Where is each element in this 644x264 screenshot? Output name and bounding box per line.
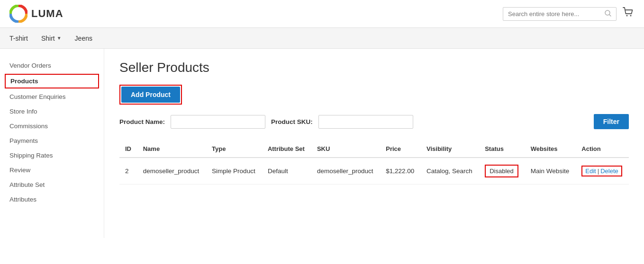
col-header-visibility: Visibility bbox=[421, 141, 479, 158]
product-name-label: Product Name: bbox=[119, 118, 165, 125]
cell-price: $1,222.00 bbox=[380, 158, 421, 185]
header-right bbox=[503, 6, 635, 21]
col-header-sku: SKU bbox=[311, 141, 380, 158]
status-badge: Disabled bbox=[485, 165, 518, 177]
col-header-status: Status bbox=[479, 141, 525, 158]
action-separator: | bbox=[598, 167, 599, 175]
filter-button[interactable]: Filter bbox=[594, 114, 629, 129]
search-box[interactable] bbox=[503, 7, 617, 21]
col-header-id: ID bbox=[119, 141, 137, 158]
main-layout: Vendor Orders Products Customer Enquirie… bbox=[0, 49, 644, 238]
cart-icon[interactable] bbox=[622, 6, 635, 21]
filter-row: Product Name: Product SKU: Filter bbox=[119, 114, 629, 129]
sidebar-item-vendor-orders[interactable]: Vendor Orders bbox=[0, 58, 104, 73]
product-name-input[interactable] bbox=[171, 115, 265, 129]
col-header-websites: Websites bbox=[525, 141, 576, 158]
chevron-down-icon: ▼ bbox=[57, 35, 62, 41]
add-product-button[interactable]: Add Product bbox=[121, 87, 180, 103]
header: LUMA bbox=[0, 0, 644, 28]
search-icon bbox=[605, 10, 611, 18]
svg-line-2 bbox=[609, 15, 611, 16]
cell-action: Edit | Delete bbox=[576, 158, 629, 185]
cell-websites: Main Website bbox=[525, 158, 576, 185]
sidebar-item-shipping-rates[interactable]: Shipping Rates bbox=[0, 148, 104, 163]
add-product-button-wrap: Add Product bbox=[119, 85, 182, 105]
sidebar-item-attributes[interactable]: Attributes bbox=[0, 192, 104, 207]
sidebar: Vendor Orders Products Customer Enquirie… bbox=[0, 49, 104, 238]
search-input[interactable] bbox=[508, 10, 605, 18]
sidebar-item-review[interactable]: Review bbox=[0, 163, 104, 177]
product-sku-label: Product SKU: bbox=[271, 118, 313, 125]
content: Seller Products Add Product Product Name… bbox=[104, 49, 644, 238]
logo-text: LUMA bbox=[31, 8, 63, 20]
sidebar-item-products[interactable]: Products bbox=[5, 74, 99, 88]
sidebar-item-customer-enquiries[interactable]: Customer Enquiries bbox=[0, 89, 104, 104]
navbar: T-shirt Shirt ▼ Jeens bbox=[0, 28, 644, 49]
sidebar-item-attribute-set[interactable]: Attribute Set bbox=[0, 177, 104, 192]
product-table: ID Name Type Attribute Set SKU Price Vis… bbox=[119, 141, 629, 185]
sidebar-item-commissions[interactable]: Commissions bbox=[0, 119, 104, 133]
delete-link[interactable]: Delete bbox=[600, 167, 618, 175]
cell-type: Simple Product bbox=[206, 158, 262, 185]
svg-point-3 bbox=[626, 15, 628, 17]
nav-item-tshirt[interactable]: T-shirt bbox=[9, 29, 28, 48]
cell-status: Disabled bbox=[479, 158, 525, 185]
cell-id: 2 bbox=[119, 158, 137, 185]
sidebar-item-payments[interactable]: Payments bbox=[0, 133, 104, 148]
nav-item-jeens[interactable]: Jeens bbox=[75, 29, 92, 48]
col-header-action: Action bbox=[576, 141, 629, 158]
cell-name: demoseller_product bbox=[137, 158, 206, 185]
product-sku-input[interactable] bbox=[318, 115, 413, 129]
cell-sku: demoseller_product bbox=[311, 158, 380, 185]
action-links: Edit | Delete bbox=[581, 166, 622, 176]
luma-logo-icon bbox=[9, 5, 27, 23]
edit-link[interactable]: Edit bbox=[585, 167, 596, 175]
cell-visibility: Catalog, Search bbox=[421, 158, 479, 185]
sidebar-item-store-info[interactable]: Store Info bbox=[0, 104, 104, 119]
logo-area[interactable]: LUMA bbox=[9, 5, 63, 23]
table-row: 2 demoseller_product Simple Product Defa… bbox=[119, 158, 629, 185]
nav-item-shirt[interactable]: Shirt ▼ bbox=[41, 29, 62, 48]
page-title: Seller Products bbox=[119, 60, 629, 75]
col-header-attribute-set: Attribute Set bbox=[262, 141, 311, 158]
svg-point-4 bbox=[630, 15, 632, 17]
col-header-name: Name bbox=[137, 141, 206, 158]
col-header-type: Type bbox=[206, 141, 262, 158]
col-header-price: Price bbox=[380, 141, 421, 158]
cell-attribute-set: Default bbox=[262, 158, 311, 185]
